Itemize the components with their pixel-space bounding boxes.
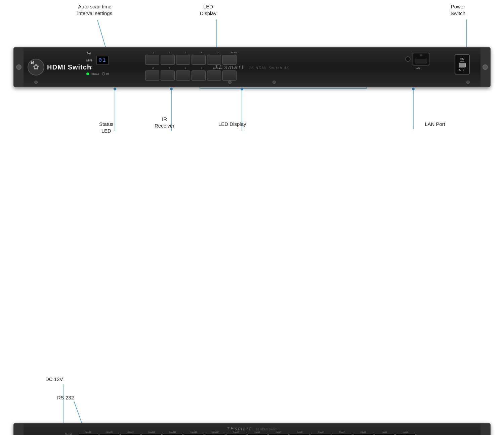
btn-2[interactable] xyxy=(161,55,175,65)
power-port-connector xyxy=(405,56,411,62)
btn-label-scan: Scan xyxy=(226,51,241,54)
port-5-label: Input5 xyxy=(318,431,324,433)
button-row2-labels: 6 7 8 9 0/Close 1+ xyxy=(145,67,313,70)
rear-rack-ear-right xyxy=(480,424,490,435)
label-rs232: RS 232 xyxy=(57,394,74,401)
label-auto-scan: Auto scan timeinterval settings xyxy=(77,3,112,16)
port-3-label: Input3 xyxy=(361,431,366,433)
btn-8[interactable] xyxy=(176,70,190,81)
rear-rack-ear-left xyxy=(14,424,24,435)
label-ir-receiver: IRReceiver xyxy=(155,116,174,129)
btn-9[interactable] xyxy=(192,70,206,81)
port-13-label: Input13 xyxy=(148,431,155,433)
min-row: MIN 01 xyxy=(86,56,138,65)
lan-label: LAN xyxy=(415,67,420,70)
btn-label-1plus: 1+ xyxy=(226,67,241,70)
btn-5[interactable] xyxy=(207,55,221,65)
label-power-switch: PowerSwitch xyxy=(451,3,465,16)
screw-bottom-right xyxy=(466,81,470,84)
set-label: Set xyxy=(86,52,95,55)
logo-area: 16 ✿ HDMI Switch xyxy=(28,59,91,76)
hdmi-port-2: Input2 xyxy=(374,431,394,435)
btn-scan[interactable] xyxy=(222,55,237,65)
hdmi-port-2-connector xyxy=(374,434,394,435)
hdmi-port-11-connector xyxy=(184,434,204,435)
rear-brand-name: TEsmart xyxy=(227,426,252,431)
off-label: OFF xyxy=(459,68,465,71)
hdmi-port-15: Input15 xyxy=(99,431,119,435)
status-led-dot xyxy=(86,72,89,75)
btn-label-9: 9 xyxy=(194,67,209,70)
button-row1-labels: 1 2 3 4 5 Scan xyxy=(145,51,313,54)
port-15-label: Input15 xyxy=(106,431,113,433)
ir-receiver-dot xyxy=(102,72,105,76)
ir-area: IR xyxy=(102,72,109,76)
status-label-text: Status xyxy=(91,72,99,76)
top-section: Auto scan timeinterval settings LEDDispl… xyxy=(0,0,504,178)
hdmi-inputs-area: Input16 Input15 Input14 Input13 Input12 xyxy=(78,431,477,435)
hdmi-port-13: Input13 xyxy=(141,431,162,435)
port-11-label: Input11 xyxy=(191,431,197,433)
btn-3[interactable] xyxy=(176,55,190,65)
btn-1plus[interactable] xyxy=(222,70,237,81)
hdmi-port-13-connector xyxy=(141,434,162,435)
btn-label-2: 2 xyxy=(162,51,177,54)
button-grid: 1 2 3 4 5 Scan 6 xyxy=(145,51,313,81)
hdmi-port-4-connector xyxy=(332,434,352,435)
svg-point-13 xyxy=(412,88,415,90)
hdmi-port-1-connector xyxy=(395,434,416,435)
port-12-label: Input12 xyxy=(169,431,176,433)
lan-rj45-inner xyxy=(415,59,427,63)
rack-ear-hole-right xyxy=(482,64,488,70)
port-16-label: Input16 xyxy=(85,431,91,433)
btn-label-close: 0/Close xyxy=(210,67,225,70)
btn-6[interactable] xyxy=(145,70,159,81)
btn-7[interactable] xyxy=(161,70,175,81)
hdmi-port-5-connector xyxy=(311,434,331,435)
hdmi-port-7: Input7 xyxy=(268,431,289,435)
logo-number: 16 xyxy=(30,61,34,65)
device-rear: TEsmart 16 HDMI Switch IR In DC 12V xyxy=(13,423,491,435)
btn-1[interactable] xyxy=(145,55,159,65)
output-label: Output xyxy=(65,433,72,435)
btn-label-1: 1 xyxy=(146,51,161,54)
hdmi-port-6: Input6 xyxy=(290,431,310,435)
ir-label-text: IR xyxy=(106,72,109,76)
hdmi-port-14: Input14 xyxy=(120,431,140,435)
logo-text: HDMI Switch xyxy=(47,63,91,71)
btn-4[interactable] xyxy=(192,55,206,65)
led-value: 01 xyxy=(98,57,106,63)
btn-label-3: 3 xyxy=(178,51,193,54)
btn-label-5: 5 xyxy=(210,51,225,54)
hdmi-port-12-connector xyxy=(163,434,183,435)
port-10-label: Input10 xyxy=(212,431,218,433)
svg-point-11 xyxy=(241,88,243,90)
btn-0-close[interactable] xyxy=(207,70,221,81)
status-ir-row: Status IR xyxy=(86,72,138,76)
port-7-label: Input7 xyxy=(276,431,282,433)
hdmi-port-12: Input12 xyxy=(163,431,183,435)
hdmi-port-9-connector xyxy=(226,434,246,435)
device-front: 16 ✿ HDMI Switch TEsmart 16 HDMI Switch … xyxy=(13,47,491,87)
hdmi-port-8: Input8 xyxy=(247,431,267,435)
hdmi-port-8-connector xyxy=(247,434,267,435)
hdmi-port-3: Input3 xyxy=(353,431,373,435)
lan-power-area: LAN xyxy=(405,53,429,70)
lan-light xyxy=(420,54,422,56)
set-row: Set xyxy=(86,52,138,55)
label-lan-port: LAN Port xyxy=(425,121,445,128)
hdmi-port-3-connector xyxy=(353,434,373,435)
hdmi-port-10: Input10 xyxy=(205,431,225,435)
port-8-label: Input8 xyxy=(255,431,260,433)
rack-ear-left xyxy=(14,48,24,87)
port-4-label: Input4 xyxy=(339,431,345,433)
label-led-display-top: LEDDisplay xyxy=(200,3,216,16)
btn-label-7: 7 xyxy=(162,67,177,70)
control-rows: Set MIN 01 SEC Status xyxy=(86,52,138,76)
min-label: MIN xyxy=(86,59,95,62)
hdmi-port-1: Input1 xyxy=(395,431,416,435)
hdmi-port-4: Input4 xyxy=(332,431,352,435)
power-switch[interactable]: ON OFF xyxy=(455,54,470,75)
label-dc12v: DC 12V xyxy=(45,376,63,383)
hdmi-port-9: Input9 xyxy=(226,431,246,435)
